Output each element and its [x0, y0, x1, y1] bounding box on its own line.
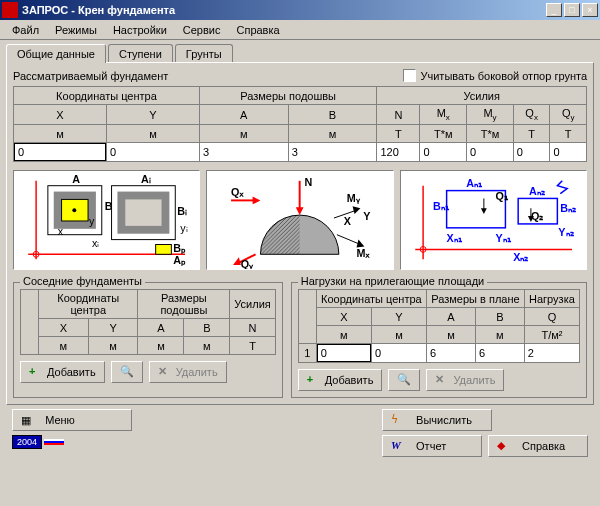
tab-panel: Рассматриваемый фундамент Учитывать боко…	[6, 62, 594, 405]
plus-icon: +	[29, 365, 43, 379]
magnify-icon: 🔍	[120, 365, 134, 379]
menu-modes[interactable]: Режимы	[47, 22, 105, 38]
input-n[interactable]: 120	[377, 143, 420, 162]
svg-text:xᵢ: xᵢ	[92, 238, 99, 250]
tab-steps[interactable]: Ступени	[108, 44, 173, 63]
svg-text:Mᵧ: Mᵧ	[347, 193, 361, 205]
input-qx[interactable]: 0	[513, 143, 550, 162]
close-button[interactable]: ×	[582, 3, 598, 17]
x-icon: ✕	[158, 365, 172, 379]
svg-text:x: x	[58, 225, 64, 237]
menu-button[interactable]: ▦ Меню	[12, 409, 132, 431]
svg-text:Mₓ: Mₓ	[357, 247, 371, 259]
svg-marker-51	[481, 208, 487, 214]
svg-line-34	[337, 235, 361, 245]
word-icon: W	[391, 439, 405, 453]
menubar: Файл Режимы Настройки Сервис Справка	[0, 20, 600, 40]
maximize-button[interactable]: □	[564, 3, 580, 17]
input-a[interactable]: 3	[199, 143, 288, 162]
lightning-icon: ϟ	[391, 413, 405, 427]
svg-rect-9	[125, 200, 161, 226]
main-table: Координаты центра Размеры подошвы Усилия…	[13, 86, 587, 162]
magnify-icon: 🔍	[397, 373, 411, 387]
diagram-plan: A B Aᵢ Bᵢ xᵢ yᵢ x y Bₚ Aₚ	[13, 170, 200, 270]
svg-text:Y: Y	[364, 210, 371, 222]
svg-marker-32	[353, 206, 361, 214]
svg-text:Q₁: Q₁	[495, 191, 508, 203]
svg-marker-23	[296, 207, 304, 215]
load-x[interactable]: 0	[316, 344, 371, 363]
svg-text:A: A	[72, 173, 80, 185]
lateral-pressure-label: Учитывать боковой отпор грунта	[420, 70, 587, 82]
svg-rect-18	[156, 245, 172, 255]
neighbors-title: Соседние фундаменты	[20, 275, 145, 287]
load-y[interactable]: 0	[371, 344, 426, 363]
menu-help[interactable]: Справка	[228, 22, 287, 38]
col-group-center: Координаты центра	[14, 87, 200, 105]
load-a[interactable]: 6	[427, 344, 476, 363]
svg-text:B: B	[105, 200, 113, 212]
foundation-heading: Рассматриваемый фундамент	[13, 70, 168, 82]
titlebar: ЗАПРОС - Крен фундамента _ □ ×	[0, 0, 600, 20]
neighbors-add-button[interactable]: +Добавить	[20, 361, 105, 383]
report-button[interactable]: W Отчет	[382, 435, 482, 457]
svg-text:Bₙ₁: Bₙ₁	[433, 200, 450, 212]
neighbors-delete-button[interactable]: ✕Удалить	[149, 361, 227, 383]
loads-title: Нагрузки на прилегающие площади	[298, 275, 487, 287]
input-y[interactable]: 0	[106, 143, 199, 162]
plus-icon: +	[307, 373, 321, 387]
help-button[interactable]: ◆ Справка	[488, 435, 588, 457]
svg-text:Qᵧ: Qᵧ	[241, 258, 254, 269]
lateral-pressure-checkbox[interactable]	[403, 69, 416, 82]
svg-text:Xₙ₁: Xₙ₁	[446, 232, 462, 244]
svg-marker-29	[233, 257, 241, 265]
x-icon: ✕	[435, 373, 449, 387]
input-my[interactable]: 0	[467, 143, 514, 162]
loads-add-button[interactable]: +Добавить	[298, 369, 383, 391]
svg-text:yᵢ: yᵢ	[180, 222, 187, 234]
svg-text:y: y	[89, 215, 95, 227]
menu-icon: ▦	[21, 414, 31, 427]
svg-text:X: X	[344, 215, 352, 227]
svg-text:Aᵢ: Aᵢ	[141, 173, 151, 185]
svg-text:Aₙ₂: Aₙ₂	[529, 185, 545, 197]
svg-text:Yₙ₂: Yₙ₂	[558, 226, 573, 238]
neighbors-view-button[interactable]: 🔍	[111, 361, 143, 383]
load-b[interactable]: 6	[475, 344, 524, 363]
compute-button[interactable]: ϟ Вычислить	[382, 409, 492, 431]
loads-delete-button[interactable]: ✕Удалить	[426, 369, 504, 391]
menu-file[interactable]: Файл	[4, 22, 47, 38]
input-x[interactable]: 0	[14, 143, 107, 162]
loads-group: Нагрузки на прилегающие площади Координа…	[291, 282, 587, 398]
input-mx[interactable]: 0	[420, 143, 467, 162]
col-group-size: Размеры подошвы	[199, 87, 377, 105]
input-b[interactable]: 3	[288, 143, 377, 162]
svg-text:Aₚ: Aₚ	[173, 254, 186, 266]
app-icon	[2, 2, 18, 18]
loads-view-button[interactable]: 🔍	[388, 369, 420, 391]
col-group-forces: Усилия	[377, 87, 587, 105]
input-qy[interactable]: 0	[550, 143, 587, 162]
window-title: ЗАПРОС - Крен фундамента	[22, 4, 546, 16]
svg-text:Aₙ₁: Aₙ₁	[466, 177, 483, 189]
tab-general[interactable]: Общие данные	[6, 44, 106, 63]
svg-marker-26	[253, 197, 261, 205]
diagram-load-areas: Aₙ₁ Bₙ₁ Aₙ₂ Bₙ₂ Q₁ Q₂ Xₙ₁ Yₙ₁ Yₙ₂ Xₙ₂	[400, 170, 587, 270]
tab-soils[interactable]: Грунты	[175, 44, 233, 63]
svg-text:Q₂: Q₂	[531, 210, 543, 222]
minimize-button[interactable]: _	[546, 3, 562, 17]
menu-settings[interactable]: Настройки	[105, 22, 175, 38]
diagram-forces: N Qₓ Qᵧ Mᵧ Mₓ Y X	[206, 170, 393, 270]
svg-text:Bₚ: Bₚ	[173, 243, 186, 255]
svg-text:Qₓ: Qₓ	[231, 186, 244, 198]
svg-text:Bₙ₂: Bₙ₂	[560, 202, 576, 214]
svg-text:Bᵢ: Bᵢ	[177, 205, 187, 217]
svg-point-6	[72, 208, 76, 212]
load-q[interactable]: 2	[524, 344, 579, 363]
svg-text:Yₙ₁: Yₙ₁	[495, 232, 511, 244]
svg-text:N: N	[305, 176, 313, 188]
svg-text:Xₙ₂: Xₙ₂	[513, 251, 528, 263]
neighbors-group: Соседние фундаменты Координаты центра Ра…	[13, 282, 283, 398]
year-badge: 2004	[12, 435, 42, 449]
menu-service[interactable]: Сервис	[175, 22, 229, 38]
